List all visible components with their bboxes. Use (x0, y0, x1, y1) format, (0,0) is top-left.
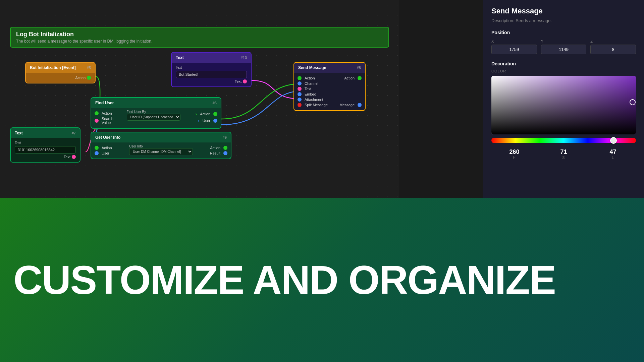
node-text-7-id: #7 (72, 131, 76, 135)
get-user-result-dot-out (223, 151, 227, 155)
hsl-s-value: 71 (541, 148, 587, 156)
node-text-10-header: Text #10 (172, 53, 251, 63)
node-send-message[interactable]: Send Message #8 Action Channel Text (293, 62, 366, 111)
find-user-user-dot-out (213, 119, 217, 123)
node-get-user-id: #9 (223, 135, 227, 139)
hue-thumb (610, 137, 617, 144)
pos-x-field: X (491, 39, 537, 54)
node-text-10-id: #10 (241, 56, 247, 60)
node-send-msg-id: #8 (357, 66, 361, 70)
node-bot-init-title: Bot Initialization [Event] (30, 65, 76, 70)
send-msg-attachment-in: Attachment (298, 98, 329, 102)
text-10-text-dot (243, 79, 247, 83)
send-msg-text-in: Text (298, 87, 329, 91)
color-cursor (630, 99, 636, 105)
send-msg-action-dot-out (358, 76, 362, 80)
send-msg-embed-in: Embed (298, 92, 329, 96)
panel-desc: Description: Sends a message. (491, 18, 636, 23)
text-7-label: Text (15, 141, 33, 145)
node-find-user[interactable]: Find User #6 Action Search Value Find Us… (91, 97, 221, 129)
send-msg-inputs: Action Channel Text Embed Attachment (298, 75, 329, 108)
position-row: X Y Z (491, 39, 636, 54)
flow-description: The bot will send a message to the speci… (16, 39, 383, 44)
send-msg-action-dot-in (298, 76, 302, 80)
color-picker-gradient[interactable] (491, 76, 636, 134)
get-user-config: User Info User DM Channel [DM Channel] (126, 144, 196, 155)
pos-y-input[interactable] (541, 45, 587, 54)
find-user-action-dot (95, 111, 99, 115)
send-msg-message-dot-out (358, 103, 362, 107)
find-user-search-dot (95, 119, 99, 123)
panel-desc-value: Sends a message. (516, 18, 552, 23)
pos-y-label: Y (541, 39, 587, 43)
find-user-search-in: Search Value (95, 117, 124, 125)
hsl-row: 260 H 71 S 47 L (491, 148, 636, 160)
node-text-7-body: Text 310116026908016642 Text (11, 138, 80, 162)
send-msg-split-in: Split Message (298, 103, 329, 107)
flow-title: Log Bot Initalization (16, 31, 383, 38)
banner-text: CUSTOMIZE AND ORGANIZE (13, 260, 555, 300)
text-7-field-row: Text (15, 141, 76, 145)
text-10-input[interactable]: Bot Started! (176, 71, 247, 78)
get-user-user-dot (95, 151, 99, 155)
bottom-banner: CUSTOMIZE AND ORGANIZE (0, 198, 644, 362)
node-text-10[interactable]: Text #10 Text Bot Started! Text (171, 52, 252, 87)
hsl-l-field: 47 L (590, 148, 636, 160)
text-7-input[interactable]: 310116026908016642 (15, 146, 76, 154)
node-get-user-title: Get User Info (95, 135, 120, 140)
send-msg-embed-dot-in (298, 92, 302, 96)
pos-x-label: X (491, 39, 537, 43)
hsl-l-label: L (590, 156, 636, 160)
node-get-user-body: Action User User Info User DM Channel [D… (91, 142, 231, 159)
pos-z-input[interactable] (590, 45, 636, 54)
node-text-7-title: Text (15, 131, 23, 135)
find-user-inputs: Action Search Value (95, 110, 124, 126)
node-bot-init-header: Bot Initialization [Event] #5 (26, 63, 95, 73)
get-user-action-dot-out (223, 146, 227, 150)
node-find-user-id: #6 (213, 101, 217, 105)
bot-init-action-port: Action (30, 76, 91, 80)
send-msg-channel-dot-in (298, 81, 302, 85)
panel-title: Send Message (491, 7, 636, 15)
get-user-info-label: User Info (129, 144, 193, 148)
pos-x-input[interactable] (491, 45, 537, 54)
find-user-action-in: Action (95, 111, 124, 115)
node-get-user-info[interactable]: Get User Info #9 Action User User Info U… (91, 132, 231, 159)
pos-y-field: Y (541, 39, 587, 54)
node-bot-init-body: Action (26, 73, 95, 83)
find-user-action-out: Action › (188, 111, 218, 117)
find-user-config: Find User By User ID (Supports Uncached … (124, 110, 188, 121)
get-user-result-out: Result (196, 151, 227, 155)
position-section-title: Position (491, 30, 636, 35)
pos-z-field: Z (590, 39, 636, 54)
flow-header: Log Bot Initalization The bot will send … (10, 27, 389, 48)
node-text-10-body: Text Bot Started! Text (172, 63, 251, 86)
node-get-user-header: Get User Info #9 (91, 132, 231, 142)
find-user-action-dot-out (213, 112, 217, 116)
get-user-inputs: Action User (95, 144, 126, 157)
node-send-msg-ports: Action Channel Text Embed Attachment (294, 73, 365, 110)
hsl-h-field: 260 H (491, 148, 537, 160)
get-user-user-in: User (95, 151, 126, 155)
right-panel: Send Message Description: Sends a messag… (483, 0, 644, 198)
node-send-msg-header: Send Message #8 (294, 63, 365, 73)
canvas-area[interactable]: Log Bot Initalization The bot will send … (0, 0, 399, 198)
hsl-h-value: 260 (491, 148, 537, 156)
node-text-7[interactable]: Text #7 Text 310116026908016642 Text (10, 127, 80, 163)
hue-slider[interactable] (491, 138, 636, 143)
get-user-outputs: Action Result (196, 144, 227, 157)
node-text-10-title: Text (176, 55, 184, 60)
send-msg-split-dot-in (298, 103, 302, 107)
node-find-user-body: Action Search Value Find User By User ID… (91, 108, 221, 128)
send-msg-message-out: Message (338, 103, 362, 107)
find-user-by-select[interactable]: User ID (Supports Uncached User) (127, 114, 180, 121)
hsl-h-label: H (491, 156, 537, 160)
node-find-user-header: Find User #6 (91, 98, 221, 108)
get-user-action-out: Action (196, 146, 227, 150)
node-send-msg-title: Send Message (298, 65, 326, 70)
get-user-info-select[interactable]: User DM Channel [DM Channel] (129, 148, 193, 155)
send-msg-action-out: Action (338, 76, 362, 80)
text-10-field-label-row: Text (176, 66, 247, 69)
decoration-title: Decoration (491, 61, 636, 66)
node-bot-init[interactable]: Bot Initialization [Event] #5 Action (25, 62, 96, 83)
